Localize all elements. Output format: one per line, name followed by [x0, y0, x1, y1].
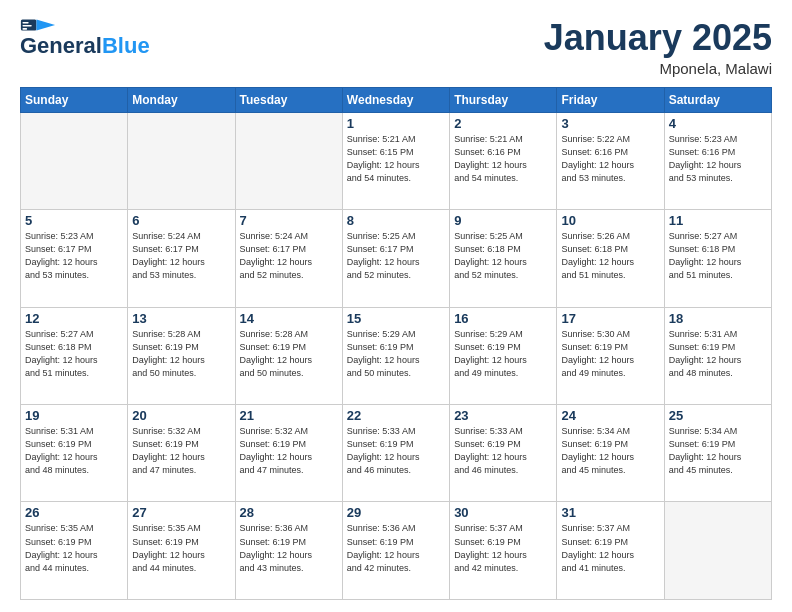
- day-info: Sunrise: 5:28 AM Sunset: 6:19 PM Dayligh…: [132, 328, 230, 380]
- day-number: 31: [561, 505, 659, 520]
- day-info: Sunrise: 5:37 AM Sunset: 6:19 PM Dayligh…: [454, 522, 552, 574]
- calendar-cell: [128, 112, 235, 209]
- day-info: Sunrise: 5:23 AM Sunset: 6:16 PM Dayligh…: [669, 133, 767, 185]
- column-header-sunday: Sunday: [21, 87, 128, 112]
- calendar-cell: 4Sunrise: 5:23 AM Sunset: 6:16 PM Daylig…: [664, 112, 771, 209]
- svg-rect-4: [22, 28, 27, 30]
- logo: GeneralBlue: [20, 18, 150, 58]
- day-number: 25: [669, 408, 767, 423]
- calendar-cell: 20Sunrise: 5:32 AM Sunset: 6:19 PM Dayli…: [128, 405, 235, 502]
- day-number: 11: [669, 213, 767, 228]
- logo-blue: Blue: [102, 34, 150, 58]
- day-number: 6: [132, 213, 230, 228]
- day-info: Sunrise: 5:33 AM Sunset: 6:19 PM Dayligh…: [347, 425, 445, 477]
- day-number: 7: [240, 213, 338, 228]
- day-info: Sunrise: 5:32 AM Sunset: 6:19 PM Dayligh…: [240, 425, 338, 477]
- day-info: Sunrise: 5:30 AM Sunset: 6:19 PM Dayligh…: [561, 328, 659, 380]
- day-info: Sunrise: 5:29 AM Sunset: 6:19 PM Dayligh…: [347, 328, 445, 380]
- day-info: Sunrise: 5:32 AM Sunset: 6:19 PM Dayligh…: [132, 425, 230, 477]
- day-number: 8: [347, 213, 445, 228]
- day-info: Sunrise: 5:34 AM Sunset: 6:19 PM Dayligh…: [561, 425, 659, 477]
- day-number: 3: [561, 116, 659, 131]
- day-info: Sunrise: 5:33 AM Sunset: 6:19 PM Dayligh…: [454, 425, 552, 477]
- day-number: 26: [25, 505, 123, 520]
- calendar-cell: 27Sunrise: 5:35 AM Sunset: 6:19 PM Dayli…: [128, 502, 235, 600]
- svg-rect-3: [22, 25, 31, 27]
- day-number: 24: [561, 408, 659, 423]
- calendar-cell: 9Sunrise: 5:25 AM Sunset: 6:18 PM Daylig…: [450, 210, 557, 307]
- calendar-cell: [21, 112, 128, 209]
- calendar-cell: 10Sunrise: 5:26 AM Sunset: 6:18 PM Dayli…: [557, 210, 664, 307]
- calendar-title: January 2025: [544, 18, 772, 58]
- day-number: 17: [561, 311, 659, 326]
- calendar-cell: 23Sunrise: 5:33 AM Sunset: 6:19 PM Dayli…: [450, 405, 557, 502]
- column-header-saturday: Saturday: [664, 87, 771, 112]
- calendar-cell: 22Sunrise: 5:33 AM Sunset: 6:19 PM Dayli…: [342, 405, 449, 502]
- calendar-cell: 13Sunrise: 5:28 AM Sunset: 6:19 PM Dayli…: [128, 307, 235, 404]
- calendar-header-row: SundayMondayTuesdayWednesdayThursdayFrid…: [21, 87, 772, 112]
- day-info: Sunrise: 5:27 AM Sunset: 6:18 PM Dayligh…: [25, 328, 123, 380]
- day-info: Sunrise: 5:24 AM Sunset: 6:17 PM Dayligh…: [240, 230, 338, 282]
- day-info: Sunrise: 5:27 AM Sunset: 6:18 PM Dayligh…: [669, 230, 767, 282]
- calendar-cell: 18Sunrise: 5:31 AM Sunset: 6:19 PM Dayli…: [664, 307, 771, 404]
- day-number: 14: [240, 311, 338, 326]
- day-number: 29: [347, 505, 445, 520]
- day-number: 5: [25, 213, 123, 228]
- calendar-table: SundayMondayTuesdayWednesdayThursdayFrid…: [20, 87, 772, 600]
- day-info: Sunrise: 5:31 AM Sunset: 6:19 PM Dayligh…: [669, 328, 767, 380]
- column-header-monday: Monday: [128, 87, 235, 112]
- day-number: 12: [25, 311, 123, 326]
- day-number: 9: [454, 213, 552, 228]
- column-header-thursday: Thursday: [450, 87, 557, 112]
- day-number: 18: [669, 311, 767, 326]
- calendar-cell: 28Sunrise: 5:36 AM Sunset: 6:19 PM Dayli…: [235, 502, 342, 600]
- calendar-cell: 30Sunrise: 5:37 AM Sunset: 6:19 PM Dayli…: [450, 502, 557, 600]
- calendar-cell: 26Sunrise: 5:35 AM Sunset: 6:19 PM Dayli…: [21, 502, 128, 600]
- day-info: Sunrise: 5:23 AM Sunset: 6:17 PM Dayligh…: [25, 230, 123, 282]
- calendar-cell: 17Sunrise: 5:30 AM Sunset: 6:19 PM Dayli…: [557, 307, 664, 404]
- calendar-cell: 31Sunrise: 5:37 AM Sunset: 6:19 PM Dayli…: [557, 502, 664, 600]
- day-number: 30: [454, 505, 552, 520]
- calendar-cell: 12Sunrise: 5:27 AM Sunset: 6:18 PM Dayli…: [21, 307, 128, 404]
- calendar-cell: 2Sunrise: 5:21 AM Sunset: 6:16 PM Daylig…: [450, 112, 557, 209]
- logo-icon: [20, 18, 56, 32]
- calendar-cell: 21Sunrise: 5:32 AM Sunset: 6:19 PM Dayli…: [235, 405, 342, 502]
- calendar-week-row: 26Sunrise: 5:35 AM Sunset: 6:19 PM Dayli…: [21, 502, 772, 600]
- day-number: 23: [454, 408, 552, 423]
- svg-rect-2: [22, 22, 28, 24]
- column-header-friday: Friday: [557, 87, 664, 112]
- day-info: Sunrise: 5:28 AM Sunset: 6:19 PM Dayligh…: [240, 328, 338, 380]
- calendar-cell: 15Sunrise: 5:29 AM Sunset: 6:19 PM Dayli…: [342, 307, 449, 404]
- calendar-cell: 24Sunrise: 5:34 AM Sunset: 6:19 PM Dayli…: [557, 405, 664, 502]
- calendar-week-row: 19Sunrise: 5:31 AM Sunset: 6:19 PM Dayli…: [21, 405, 772, 502]
- day-number: 4: [669, 116, 767, 131]
- day-info: Sunrise: 5:24 AM Sunset: 6:17 PM Dayligh…: [132, 230, 230, 282]
- day-info: Sunrise: 5:25 AM Sunset: 6:18 PM Dayligh…: [454, 230, 552, 282]
- calendar-cell: 3Sunrise: 5:22 AM Sunset: 6:16 PM Daylig…: [557, 112, 664, 209]
- calendar-cell: 8Sunrise: 5:25 AM Sunset: 6:17 PM Daylig…: [342, 210, 449, 307]
- day-number: 27: [132, 505, 230, 520]
- day-info: Sunrise: 5:22 AM Sunset: 6:16 PM Dayligh…: [561, 133, 659, 185]
- day-info: Sunrise: 5:21 AM Sunset: 6:16 PM Dayligh…: [454, 133, 552, 185]
- day-number: 13: [132, 311, 230, 326]
- day-number: 28: [240, 505, 338, 520]
- header: GeneralBlue January 2025 Mponela, Malawi: [20, 18, 772, 77]
- day-number: 21: [240, 408, 338, 423]
- day-number: 10: [561, 213, 659, 228]
- day-number: 19: [25, 408, 123, 423]
- day-info: Sunrise: 5:36 AM Sunset: 6:19 PM Dayligh…: [240, 522, 338, 574]
- day-number: 15: [347, 311, 445, 326]
- day-number: 22: [347, 408, 445, 423]
- day-info: Sunrise: 5:35 AM Sunset: 6:19 PM Dayligh…: [132, 522, 230, 574]
- calendar-cell: 14Sunrise: 5:28 AM Sunset: 6:19 PM Dayli…: [235, 307, 342, 404]
- calendar-cell: 6Sunrise: 5:24 AM Sunset: 6:17 PM Daylig…: [128, 210, 235, 307]
- day-number: 20: [132, 408, 230, 423]
- calendar-cell: 1Sunrise: 5:21 AM Sunset: 6:15 PM Daylig…: [342, 112, 449, 209]
- day-info: Sunrise: 5:26 AM Sunset: 6:18 PM Dayligh…: [561, 230, 659, 282]
- day-info: Sunrise: 5:25 AM Sunset: 6:17 PM Dayligh…: [347, 230, 445, 282]
- logo-general: General: [20, 34, 102, 58]
- calendar-cell: 25Sunrise: 5:34 AM Sunset: 6:19 PM Dayli…: [664, 405, 771, 502]
- column-header-wednesday: Wednesday: [342, 87, 449, 112]
- calendar-week-row: 1Sunrise: 5:21 AM Sunset: 6:15 PM Daylig…: [21, 112, 772, 209]
- svg-marker-1: [36, 20, 55, 31]
